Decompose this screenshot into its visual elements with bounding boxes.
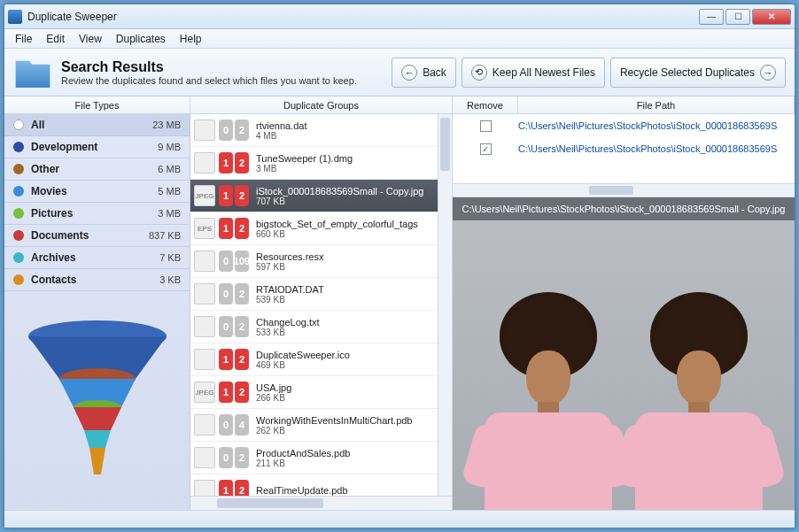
col-file-types[interactable]: File Types bbox=[4, 96, 190, 113]
group-row[interactable]: 02ChangeLog.txt533 KB bbox=[190, 311, 438, 343]
statusbar bbox=[4, 510, 795, 528]
file-path-list[interactable]: C:\Users\Neil\Pictures\StockPhotos\iStoc… bbox=[453, 114, 795, 183]
dup-count-badge: 2 bbox=[235, 283, 249, 305]
group-filename: rtvienna.dat bbox=[256, 120, 434, 131]
col-duplicate-groups[interactable]: Duplicate Groups bbox=[190, 96, 453, 113]
file-path[interactable]: C:\Users\Neil\Pictures\StockPhotos\iStoc… bbox=[518, 120, 795, 131]
keep-count-badge: 1 bbox=[219, 480, 233, 496]
file-type-icon bbox=[194, 447, 215, 468]
group-filename: RealTimeUpdate.pdb bbox=[256, 485, 434, 496]
type-size: 3 KB bbox=[159, 274, 181, 285]
funnel-icon bbox=[22, 317, 173, 485]
group-filename: WorkingWithEventsInMultiChart.pdb bbox=[256, 415, 434, 426]
file-path[interactable]: C:\Users\Neil\Pictures\StockPhotos\iStoc… bbox=[518, 143, 795, 154]
path-row[interactable]: C:\Users\Neil\Pictures\StockPhotos\iStoc… bbox=[453, 114, 795, 137]
group-row[interactable]: 02rtvienna.dat4 MB bbox=[190, 114, 438, 147]
color-dot bbox=[13, 274, 24, 285]
file-type-movies[interactable]: Movies5 MB bbox=[4, 181, 190, 203]
col-file-path[interactable]: File Path bbox=[518, 96, 795, 113]
group-filename: USA.jpg bbox=[256, 382, 434, 393]
menu-view[interactable]: View bbox=[72, 31, 109, 47]
file-type-icon bbox=[194, 120, 215, 141]
recycle-button[interactable]: Recycle Selected Duplicates → bbox=[610, 58, 786, 88]
dup-count-badge: 2 bbox=[235, 480, 249, 496]
keep-count-badge: 0 bbox=[219, 251, 233, 272]
file-type-contacts[interactable]: Contacts3 KB bbox=[4, 269, 190, 291]
group-row[interactable]: 0109Resources.resx597 KB bbox=[190, 245, 438, 278]
color-dot bbox=[13, 120, 24, 130]
group-row[interactable]: 04WorkingWithEventsInMultiChart.pdb262 K… bbox=[190, 409, 438, 442]
group-row[interactable]: 02RTAIODAT.DAT539 KB bbox=[190, 278, 438, 311]
page-title: Search Results bbox=[61, 59, 357, 75]
color-dot bbox=[13, 142, 24, 152]
menu-file[interactable]: File bbox=[8, 31, 39, 47]
path-hscrollbar[interactable] bbox=[453, 183, 795, 197]
remove-checkbox[interactable]: ✓ bbox=[480, 143, 492, 155]
titlebar[interactable]: Duplicate Sweeper — ☐ ✕ bbox=[4, 4, 795, 29]
content-area: All23 MBDevelopment9 MBOther6 MBMovies5 … bbox=[4, 114, 795, 510]
maximize-button[interactable]: ☐ bbox=[725, 9, 750, 25]
file-type-pictures[interactable]: Pictures3 MB bbox=[4, 203, 190, 225]
file-type-icon: JPEG bbox=[194, 185, 215, 206]
file-type-other[interactable]: Other6 MB bbox=[4, 158, 190, 181]
sidebar: All23 MBDevelopment9 MBOther6 MBMovies5 … bbox=[4, 114, 190, 510]
group-filename: TuneSweeper (1).dmg bbox=[256, 153, 434, 164]
file-type-development[interactable]: Development9 MB bbox=[4, 136, 190, 158]
file-type-archives[interactable]: Archives7 KB bbox=[4, 247, 190, 269]
minimize-button[interactable]: — bbox=[699, 9, 724, 25]
dup-count-badge: 2 bbox=[235, 447, 249, 468]
group-filename: bigstock_Set_of_empty_colorful_tags bbox=[256, 219, 434, 229]
group-filename: DuplicateSweeper.ico bbox=[256, 350, 434, 360]
window-controls: — ☐ ✕ bbox=[699, 9, 791, 25]
keep-count-badge: 1 bbox=[219, 382, 233, 403]
file-type-icon bbox=[194, 349, 215, 370]
file-type-icon bbox=[194, 316, 215, 337]
group-filesize: 539 KB bbox=[256, 295, 434, 305]
groups-vscrollbar[interactable] bbox=[438, 114, 452, 496]
group-row[interactable]: 12DuplicateSweeper.ico469 KB bbox=[190, 343, 438, 376]
group-row[interactable]: 02ProductAndSales.pdb211 KB bbox=[190, 442, 438, 474]
type-label: Contacts bbox=[31, 274, 159, 286]
type-size: 6 MB bbox=[158, 164, 181, 174]
file-type-documents[interactable]: Documents837 KB bbox=[4, 225, 190, 247]
arrow-right-icon: → bbox=[760, 65, 776, 81]
close-button[interactable]: ✕ bbox=[752, 9, 791, 25]
col-remove[interactable]: Remove bbox=[453, 96, 518, 113]
header-text: Search Results Review the duplicates fou… bbox=[61, 59, 357, 86]
file-types-list: All23 MBDevelopment9 MBOther6 MBMovies5 … bbox=[4, 114, 190, 291]
arrow-left-icon: ← bbox=[401, 65, 417, 81]
back-label: Back bbox=[423, 66, 446, 79]
path-row[interactable]: ✓C:\Users\Neil\Pictures\StockPhotos\iSto… bbox=[453, 137, 795, 160]
type-label: Pictures bbox=[31, 207, 158, 220]
type-size: 837 KB bbox=[149, 230, 181, 241]
file-type-icon bbox=[194, 414, 215, 436]
back-button[interactable]: ← Back bbox=[392, 58, 456, 88]
group-filesize: 469 KB bbox=[256, 360, 434, 370]
group-row[interactable]: 12RealTimeUpdate.pdb bbox=[190, 474, 438, 496]
group-row[interactable]: 12TuneSweeper (1).dmg3 MB bbox=[190, 147, 438, 180]
type-label: Movies bbox=[31, 185, 158, 197]
app-window: Duplicate Sweeper — ☐ ✕ FileEditViewDupl… bbox=[4, 4, 795, 528]
group-row[interactable]: JPEG12USA.jpg266 KB bbox=[190, 376, 438, 409]
dup-count-badge: 2 bbox=[235, 382, 249, 403]
groups-list[interactable]: 02rtvienna.dat4 MB12TuneSweeper (1).dmg3… bbox=[190, 114, 438, 496]
folder-icon bbox=[13, 55, 52, 90]
group-filename: ProductAndSales.pdb bbox=[256, 448, 434, 459]
menu-edit[interactable]: Edit bbox=[39, 31, 72, 47]
keep-newest-button[interactable]: ⟲ Keep All Newest Files bbox=[462, 58, 605, 88]
keep-count-badge: 1 bbox=[219, 185, 233, 206]
remove-checkbox[interactable] bbox=[480, 120, 492, 132]
keep-count-badge: 0 bbox=[219, 120, 233, 141]
type-size: 7 KB bbox=[159, 252, 181, 263]
menu-duplicates[interactable]: Duplicates bbox=[109, 31, 173, 47]
group-filesize: 262 KB bbox=[256, 426, 434, 436]
file-type-all[interactable]: All23 MB bbox=[4, 114, 190, 136]
group-filename: RTAIODAT.DAT bbox=[256, 284, 434, 295]
file-type-icon bbox=[194, 480, 215, 496]
group-row[interactable]: EPS12bigstock_Set_of_empty_colorful_tags… bbox=[190, 212, 438, 245]
dup-count-badge: 2 bbox=[235, 152, 249, 173]
groups-hscrollbar[interactable] bbox=[190, 496, 452, 510]
menu-help[interactable]: Help bbox=[173, 31, 209, 47]
color-dot bbox=[13, 208, 24, 219]
group-row[interactable]: JPEG12iStock_000018683569Small - Copy.jp… bbox=[190, 180, 438, 212]
